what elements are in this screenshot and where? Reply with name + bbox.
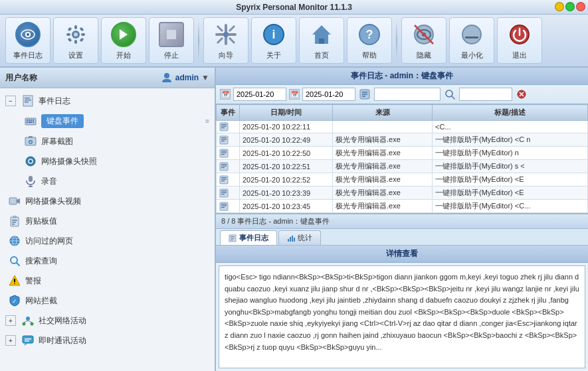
table-row[interactable]: 2025-01-20 10:22:11 <C...: [217, 121, 588, 133]
filter-icon2[interactable]: [443, 88, 456, 101]
table-row[interactable]: 2025-01-20 10:23:39极光专用编辑器.exe一键排版助手(MyE…: [217, 186, 588, 200]
sidebar-item-visited-web-label: 访问过的网页: [25, 236, 73, 247]
svg-rect-41: [25, 100, 31, 101]
svg-rect-132: [294, 238, 295, 242]
table-row[interactable]: 2025-01-20 10:23:45极光专用编辑器.exe一键排版助手(MyE…: [217, 200, 588, 213]
toolbar-stop[interactable]: 停止: [149, 17, 194, 64]
sidebar-item-search[interactable]: 搜索查询: [0, 251, 215, 271]
svg-rect-119: [221, 192, 227, 192]
filter-title-input[interactable]: [459, 88, 512, 101]
dropdown-arrow-icon[interactable]: ▼: [201, 73, 209, 82]
detail-content[interactable]: tigo<Esc> tigo ndiann<BkSp><BkSp>ti<BkSp…: [219, 265, 585, 368]
toolbar-minimize[interactable]: 最小化: [449, 17, 494, 64]
toolbar-home[interactable]: 首页: [299, 17, 344, 64]
sidebar-item-search-label: 搜索查询: [25, 256, 57, 267]
sidebar-item-visited-web[interactable]: 访问过的网页: [0, 231, 215, 251]
sidebar-item-webcam-photo-label: 网络摄像头快照: [41, 156, 97, 167]
tab-event-log[interactable]: 事件日志: [220, 230, 277, 245]
table-row[interactable]: 2025-01-20 10:22:51极光专用编辑器.exe一键排版助手(MyE…: [217, 160, 588, 173]
svg-point-80: [23, 323, 26, 326]
table-row[interactable]: 2025-01-20 10:22:52极光专用编辑器.exe一键排版助手(MyE…: [217, 173, 588, 186]
sidebar-item-audio[interactable]: 录音: [0, 171, 215, 191]
toolbar-event-log[interactable]: 事件日志: [5, 17, 50, 64]
row-source: [333, 121, 433, 133]
filter-source-input[interactable]: [374, 88, 441, 101]
svg-point-38: [164, 73, 169, 78]
row-datetime: 2025-01-20 10:22:52: [240, 173, 333, 186]
svg-rect-101: [220, 136, 228, 144]
sidebar-item-im[interactable]: + 即时通讯活动: [0, 331, 215, 350]
sidebar-item-social[interactable]: + 社交网络活动: [0, 311, 215, 331]
expand-im-icon[interactable]: +: [5, 335, 16, 346]
sidebar-item-screenshot-label: 屏幕截图: [41, 136, 73, 147]
keyboard-settings-icon[interactable]: ≡: [205, 117, 209, 125]
filter-date-from[interactable]: [233, 88, 286, 101]
table-row[interactable]: 2025-01-20 10:22:49极光专用编辑器.exe一键排版助手(MyE…: [217, 133, 588, 147]
svg-rect-87: [25, 340, 29, 342]
filter-search-icon[interactable]: [358, 88, 371, 101]
table-row[interactable]: 2025-01-20 10:22:50极光专用编辑器.exe一键排版助手(MyE…: [217, 147, 588, 160]
sidebar-item-keyboard[interactable]: 键盘事件 ≡: [0, 111, 215, 131]
sidebar-item-webcam-photo[interactable]: 网络摄像头快照: [0, 151, 215, 171]
globe-icon: [8, 234, 21, 248]
sidebar-item-keyboard-label: 键盘事件: [41, 114, 84, 128]
window-controls[interactable]: [555, 2, 585, 11]
svg-rect-58: [29, 176, 33, 182]
sidebar-item-website-block[interactable]: ✓ 网站拦截: [0, 291, 215, 311]
sidebar-item-screenshot[interactable]: 屏幕截图: [0, 131, 215, 151]
svg-point-34: [462, 25, 481, 44]
row-source: 极光专用编辑器.exe: [333, 147, 433, 160]
sidebar-item-clipboard-label: 剪贴板值: [25, 216, 57, 227]
filter-row: 📅 📅: [216, 85, 588, 104]
minimize-btn[interactable]: [555, 2, 564, 11]
sidebar-item-event-log[interactable]: − 事件日志: [0, 91, 215, 111]
row-datetime: 2025-01-20 10:23:39: [240, 186, 333, 200]
col-title: 标题/描述: [433, 105, 588, 121]
event-table: 事件 日期/时间 来源 标题/描述 2025-01-20 10:22:11 <C…: [216, 104, 588, 213]
svg-line-74: [17, 263, 19, 265]
stop-icon: [158, 21, 185, 48]
row-title: 一键排版助手(MyEditor) s <: [433, 160, 588, 173]
svg-rect-14: [167, 30, 176, 39]
svg-rect-128: [231, 240, 233, 240]
toolbar-hide[interactable]: 隐藏: [401, 17, 446, 64]
toolbar-help[interactable]: ? 帮助: [347, 17, 392, 64]
svg-rect-6: [74, 40, 77, 44]
svg-rect-45: [29, 119, 30, 121]
sidebar-username: admin: [175, 73, 199, 82]
row-datetime: 2025-01-20 10:22:11: [240, 121, 333, 133]
expand-icon[interactable]: −: [5, 96, 16, 106]
toolbar-start[interactable]: 开始: [101, 17, 146, 64]
svg-line-83: [28, 321, 32, 323]
svg-point-54: [30, 141, 32, 143]
toolbar-settings[interactable]: 设置: [53, 17, 98, 64]
svg-rect-16: [227, 33, 237, 36]
row-title: 一键排版助手(MyEditor) n: [433, 147, 588, 160]
svg-rect-35: [465, 37, 478, 38]
sidebar-item-alert[interactable]: 警报: [0, 271, 215, 291]
svg-marker-13: [120, 29, 128, 40]
maximize-btn[interactable]: [565, 2, 575, 11]
tab-event-log-label: 事件日志: [239, 233, 268, 243]
svg-rect-131: [292, 236, 293, 242]
close-btn[interactable]: [576, 2, 585, 11]
filter-date-to[interactable]: [302, 88, 355, 101]
minimize-icon: [458, 21, 485, 48]
tab-stats[interactable]: 统计: [278, 230, 321, 245]
expand-social-icon[interactable]: +: [5, 315, 16, 326]
toolbar-about[interactable]: i 关于: [251, 17, 296, 64]
sidebar-item-clipboard[interactable]: 剪贴板值: [0, 211, 215, 231]
sidebar-item-webcam-video[interactable]: 网络摄像头视频: [0, 191, 215, 211]
row-event-icon: [217, 133, 240, 147]
toolbar-wizard[interactable]: 向导: [203, 17, 248, 64]
svg-rect-12: [79, 37, 84, 42]
svg-rect-17: [225, 36, 227, 45]
row-event-icon: [217, 147, 240, 160]
filter-clear-icon[interactable]: [515, 88, 528, 101]
power-icon: [506, 21, 533, 48]
content-area: 事件日志 - admin：键盘事件 📅 📅: [216, 68, 588, 371]
main-area: 用户名称 admin ▼ −: [0, 68, 588, 371]
toolbar-exit[interactable]: 退出: [497, 17, 542, 64]
row-title: 一键排版助手(MyEditor) <C...: [433, 200, 588, 213]
detail-text: tigo<Esc> tigo ndiann<BkSp><BkSp>ti<BkSp…: [225, 273, 579, 351]
